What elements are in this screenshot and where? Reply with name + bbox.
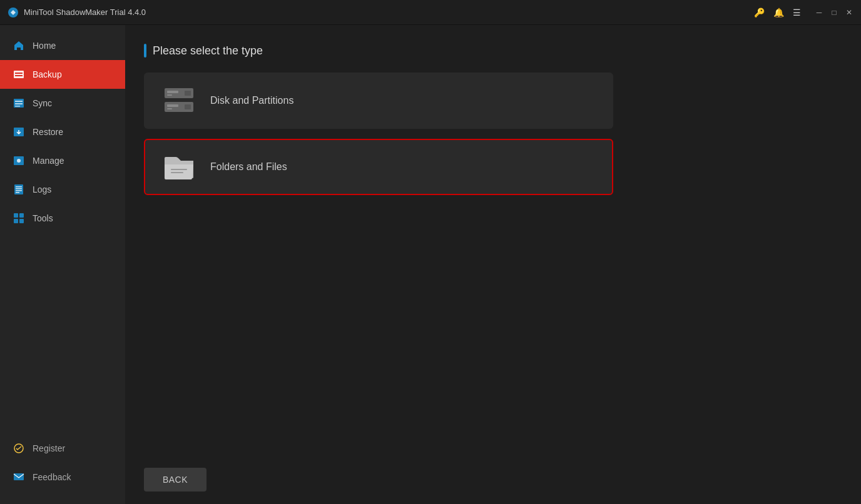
key-icon[interactable]: 🔑 <box>754 8 765 18</box>
svg-rect-30 <box>171 169 187 170</box>
manage-icon <box>13 154 25 167</box>
svg-rect-15 <box>16 192 19 193</box>
menu-icon[interactable]: ☰ <box>793 8 801 18</box>
svg-rect-13 <box>16 188 22 189</box>
window-controls: ─ □ ✕ <box>815 8 853 17</box>
svg-rect-7 <box>15 106 20 107</box>
minimize-button[interactable]: ─ <box>815 8 823 17</box>
svg-rect-5 <box>15 101 23 102</box>
svg-rect-3 <box>15 75 23 76</box>
title-bar-controls: 🔑 🔔 ☰ ─ □ ✕ <box>754 8 853 18</box>
svg-rect-29 <box>185 104 191 109</box>
back-button-container: BACK <box>144 468 842 491</box>
sidebar-item-home-label: Home <box>33 41 56 51</box>
restore-icon <box>13 126 25 138</box>
svg-rect-25 <box>185 91 191 96</box>
sidebar-item-feedback[interactable]: Feedback <box>0 463 125 491</box>
svg-rect-6 <box>15 103 23 104</box>
content-area: Please select the type <box>125 25 861 504</box>
svg-rect-14 <box>16 190 22 191</box>
sidebar-item-tools-label: Tools <box>33 213 53 223</box>
svg-rect-12 <box>16 186 22 188</box>
svg-rect-16 <box>14 213 18 218</box>
sidebar-item-restore[interactable]: Restore <box>0 118 125 146</box>
svg-rect-1 <box>14 71 24 78</box>
app-logo-icon <box>8 7 19 18</box>
section-title: Please select the type <box>144 44 842 58</box>
bell-icon[interactable]: 🔔 <box>773 8 784 18</box>
disk-partitions-label: Disk and Partitions <box>210 95 293 106</box>
feedback-icon <box>13 471 25 483</box>
svg-rect-31 <box>171 172 183 173</box>
sidebar-item-sync-label: Sync <box>33 98 52 108</box>
sidebar-item-feedback-label: Feedback <box>33 472 71 482</box>
sidebar-item-sync[interactable]: Sync <box>0 89 125 118</box>
backup-icon <box>13 68 25 81</box>
svg-rect-17 <box>19 213 24 218</box>
sidebar-item-register[interactable]: Register <box>0 434 125 463</box>
sidebar-bottom: Register Feedback <box>0 434 125 504</box>
section-title-text: Please select the type <box>153 44 263 58</box>
svg-rect-18 <box>14 219 18 223</box>
disk-partitions-card[interactable]: Disk and Partitions <box>144 73 613 129</box>
sidebar-item-restore-label: Restore <box>33 127 63 137</box>
sidebar-item-logs-label: Logs <box>33 184 51 194</box>
tools-icon <box>13 212 25 224</box>
svg-rect-28 <box>167 108 172 109</box>
sync-icon <box>13 97 25 109</box>
svg-rect-23 <box>167 91 178 93</box>
sidebar: Home Backup <box>0 25 125 504</box>
title-bar-left: MiniTool ShadowMaker Trial 4.4.0 <box>8 7 146 18</box>
close-button[interactable]: ✕ <box>845 8 853 17</box>
sidebar-item-tools[interactable]: Tools <box>0 204 125 233</box>
sidebar-item-manage-label: Manage <box>33 156 64 166</box>
app-title: MiniTool ShadowMaker Trial 4.4.0 <box>24 8 146 17</box>
sidebar-item-home[interactable]: Home <box>0 31 125 60</box>
sidebar-item-register-label: Register <box>33 443 65 453</box>
svg-point-10 <box>17 159 21 163</box>
section-title-accent <box>144 44 146 58</box>
app-body: Home Backup <box>0 25 861 504</box>
svg-rect-27 <box>167 104 178 107</box>
title-bar: MiniTool ShadowMaker Trial 4.4.0 🔑 🔔 ☰ ─… <box>0 0 861 25</box>
sidebar-nav: Home Backup <box>0 31 125 434</box>
svg-rect-24 <box>167 94 172 96</box>
sidebar-item-backup[interactable]: Backup <box>0 60 125 89</box>
folders-files-label: Folders and Files <box>210 161 287 173</box>
folder-icon <box>160 148 198 186</box>
svg-rect-21 <box>14 473 24 480</box>
svg-rect-2 <box>15 73 23 74</box>
logs-icon <box>13 183 25 196</box>
type-cards: Disk and Partitions <box>144 73 613 195</box>
folders-files-card[interactable]: Folders and Files <box>144 139 613 195</box>
sidebar-item-manage[interactable]: Manage <box>0 146 125 175</box>
svg-rect-11 <box>14 184 23 194</box>
sidebar-item-backup-label: Backup <box>33 69 62 79</box>
sidebar-item-logs[interactable]: Logs <box>0 175 125 204</box>
register-icon <box>13 442 25 455</box>
disk-icon <box>160 82 198 119</box>
svg-rect-19 <box>19 219 24 223</box>
back-button[interactable]: BACK <box>144 468 206 491</box>
maximize-button[interactable]: □ <box>830 8 838 17</box>
home-icon <box>13 39 25 52</box>
